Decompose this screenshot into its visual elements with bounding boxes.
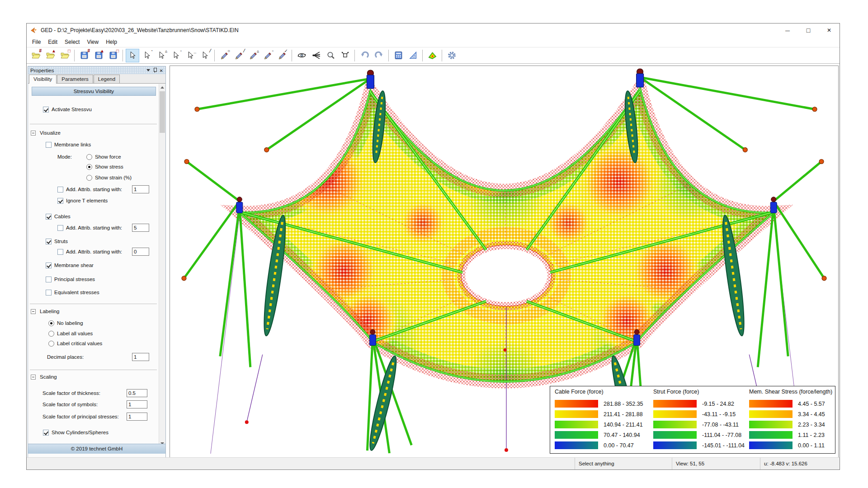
collapse-icon[interactable] — [31, 375, 36, 380]
collapse-icon[interactable] — [31, 131, 36, 136]
draw-triangle-button[interactable]: ▵ — [246, 49, 260, 62]
legend-range-value: -77.08 - -43.11 — [702, 422, 739, 428]
panel-close-icon[interactable] — [160, 68, 163, 73]
draw-accept-button[interactable]: ✓ — [275, 49, 289, 62]
menu-select[interactable]: Select — [61, 38, 83, 46]
legend-box: Cable Force (force)281.88 - 352.35211.41… — [550, 386, 835, 454]
select-lines-button[interactable]: ⁄ — [198, 49, 212, 62]
checkbox-icon[interactable] — [57, 198, 63, 204]
select-nodes-button[interactable]: · — [140, 49, 154, 62]
collapse-icon[interactable] — [31, 309, 36, 314]
checkbox-icon[interactable] — [43, 107, 49, 113]
checkbox-struts[interactable]: Struts — [46, 237, 68, 245]
open-elements-button[interactable]: □ — [58, 49, 71, 62]
measure-button[interactable] — [406, 49, 420, 62]
viewport[interactable]: Cable Force (force)281.88 - 352.35211.41… — [170, 66, 839, 458]
menu-help[interactable]: Help — [102, 38, 121, 46]
checkbox-equivalent-stresses[interactable]: Equivalent stresses — [46, 288, 99, 296]
select-pointer-button[interactable] — [126, 49, 139, 62]
radio-label-critical-values[interactable]: Label critical values — [48, 339, 102, 347]
title-bar[interactable]: GED - D:\2_Projekte\Easy\2020\03_26_Webs… — [27, 23, 840, 37]
undo-button[interactable] — [358, 49, 371, 62]
checkbox-icon[interactable] — [57, 187, 63, 192]
draw-point-button[interactable]: ○ — [217, 49, 231, 62]
panel-scrollbar[interactable] — [159, 84, 165, 447]
zoom-button[interactable] — [324, 49, 337, 62]
scroll-up-icon[interactable] — [159, 84, 165, 91]
menu-edit[interactable]: Edit — [44, 38, 61, 46]
tab-parameters[interactable]: Parameters — [57, 75, 93, 83]
radio-icon[interactable] — [86, 175, 92, 181]
close-button[interactable] — [819, 23, 840, 37]
add-attrib-membrane-input[interactable] — [132, 185, 149, 193]
draw-quad-button[interactable]: ▫ — [261, 49, 274, 62]
scale-principal-input[interactable] — [127, 413, 147, 421]
checkbox-add-attrib-cables[interactable]: Add. Attrib. starting with: — [57, 224, 122, 232]
stress-view-button[interactable] — [425, 49, 439, 62]
badge-icon: ▫ — [272, 49, 274, 53]
save-topology-button[interactable]: ▲ — [92, 49, 105, 62]
zoom-rays-button[interactable] — [309, 49, 323, 62]
add-attrib-struts-input[interactable] — [132, 248, 149, 256]
orbit-view-button[interactable] — [295, 49, 308, 62]
scale-thickness-input[interactable] — [127, 389, 147, 397]
save-elements-button[interactable]: □ — [106, 49, 120, 62]
section-visualize[interactable]: Visualize — [31, 129, 61, 137]
tab-legend[interactable]: Legend — [94, 75, 120, 83]
checkbox-membrane-shear[interactable]: Membrane shear — [46, 261, 94, 269]
checkbox-cables[interactable]: Cables — [46, 212, 71, 221]
open-geometry-button[interactable]: # — [29, 49, 42, 62]
checkbox-membrane-links[interactable]: Membrane links — [46, 141, 91, 149]
radio-no-labeling[interactable]: No labeling — [48, 319, 83, 327]
checkbox-add-attrib-struts[interactable]: Add. Attrib. starting with: — [57, 248, 122, 256]
fit-view-button[interactable] — [338, 49, 352, 62]
calculator-button[interactable] — [392, 49, 405, 62]
menu-file[interactable]: File — [28, 38, 44, 46]
radio-icon[interactable] — [48, 320, 54, 326]
add-attrib-cables-input[interactable] — [132, 224, 149, 232]
radio-icon[interactable] — [48, 341, 54, 347]
open-topology-button[interactable]: ▲ — [43, 49, 57, 62]
scale-symbols-input[interactable] — [127, 400, 147, 408]
radio-show-stress[interactable]: Show stress — [86, 163, 123, 171]
settings-button[interactable] — [445, 49, 458, 62]
select-quads-button[interactable]: ▫ — [169, 49, 183, 62]
tab-visibility[interactable]: Visibility — [29, 75, 57, 84]
checkbox-icon[interactable] — [46, 277, 52, 282]
radio-show-strain[interactable]: Show strain (%) — [86, 174, 132, 182]
checkbox-icon[interactable] — [57, 249, 63, 255]
radio-icon[interactable] — [48, 331, 54, 337]
checkbox-icon[interactable] — [46, 263, 52, 268]
radio-icon[interactable] — [86, 154, 92, 160]
minimize-button[interactable] — [777, 23, 798, 37]
checkbox-ignore-t-elements[interactable]: Ignore T elements — [57, 197, 108, 205]
scroll-thumb[interactable] — [160, 91, 165, 133]
checkbox-activate-stressvu[interactable]: Activate Stressvu — [43, 105, 92, 113]
panel-pin-icon[interactable] — [153, 68, 156, 73]
decimal-places-input[interactable] — [132, 353, 149, 361]
panel-title-bar[interactable]: Properties — [28, 66, 165, 74]
checkbox-icon[interactable] — [46, 214, 52, 220]
checkbox-add-attrib-membrane[interactable]: Add. Attrib. starting with: — [57, 185, 122, 193]
draw-line-button[interactable]: ⁄ — [232, 49, 245, 62]
section-scaling[interactable]: Scaling — [31, 373, 57, 381]
select-edges-button[interactable]: _ — [184, 49, 197, 62]
checkbox-show-cylinders-spheres[interactable]: Show Cylinders/Spheres — [43, 428, 108, 436]
redo-button[interactable] — [372, 49, 386, 62]
checkbox-icon[interactable] — [43, 430, 49, 436]
menu-view[interactable]: View — [83, 38, 102, 46]
checkbox-principal-stresses[interactable]: Principal stresses — [46, 275, 95, 283]
panel-menu-chevron-icon[interactable] — [146, 69, 150, 71]
radio-show-force[interactable]: Show force — [86, 153, 121, 161]
radio-label-all-values[interactable]: Label all values — [48, 329, 93, 338]
select-triangles-button[interactable]: ▵ — [155, 49, 168, 62]
save-geometry-button[interactable]: # — [77, 49, 91, 62]
checkbox-icon[interactable] — [57, 225, 63, 231]
checkbox-icon[interactable] — [46, 142, 52, 148]
maximize-button[interactable] — [798, 23, 819, 37]
checkbox-icon[interactable] — [46, 239, 52, 244]
checkbox-icon[interactable] — [46, 290, 52, 296]
radio-icon[interactable] — [86, 164, 92, 170]
section-labeling[interactable]: Labeling — [31, 307, 59, 315]
legend-gradient-bar — [653, 400, 697, 408]
